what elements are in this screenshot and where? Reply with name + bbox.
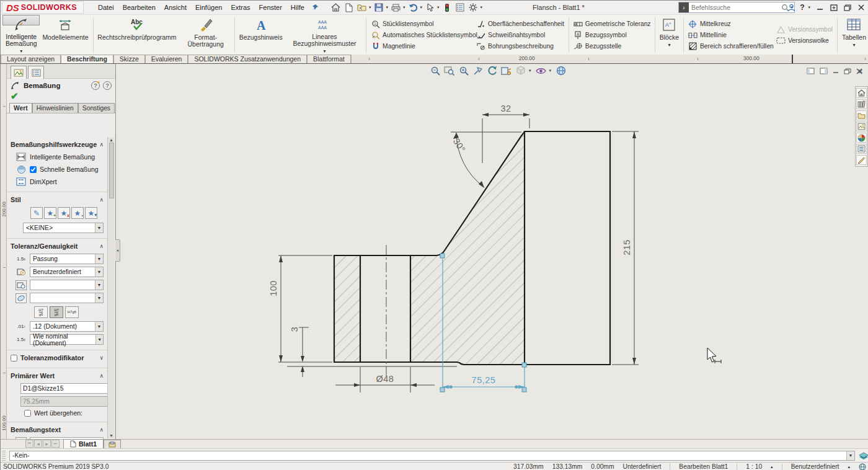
help-circle-icon[interactable]: ? — [103, 81, 112, 90]
load-style-button[interactable]: ★▾ — [85, 207, 97, 219]
scroll-down-icon[interactable]: ▼ — [109, 433, 113, 438]
magnetic-line-button[interactable]: Magnetlinie — [371, 42, 471, 51]
geometric-tolerance-button[interactable]: Geometrische Toleranz — [574, 19, 650, 29]
edit-mode[interactable]: Bearbeiten Blatt1 — [679, 463, 728, 470]
subtab-wert[interactable]: Wert — [9, 103, 32, 113]
linear-note-pattern-caret[interactable]: ▾ — [323, 48, 326, 55]
tab-blattformat[interactable]: Blattformat — [307, 55, 351, 63]
dimxpert-item[interactable]: DimXpert — [9, 175, 105, 188]
chevron-down-icon[interactable]: ▼ — [95, 280, 103, 290]
custom-properties-icon[interactable] — [856, 144, 867, 154]
options-gear-icon[interactable] — [467, 2, 479, 13]
file-properties-icon[interactable] — [454, 2, 466, 13]
menu-bearbeiten[interactable]: Bearbeiten — [118, 1, 160, 14]
home-icon[interactable] — [330, 2, 342, 13]
search-input[interactable] — [689, 4, 781, 11]
datum-target-button[interactable]: Bezugsstelle — [574, 42, 650, 51]
first-sheet-icon[interactable]: ⏮ — [25, 440, 33, 448]
tables-caret[interactable]: ▾ — [852, 42, 855, 48]
propertymanager-tab[interactable] — [11, 66, 27, 79]
chevron-down-icon[interactable]: ▼ — [95, 322, 103, 331]
center-mark-button[interactable]: Mittelkreuz — [688, 19, 771, 29]
sheet-scale[interactable]: 1 : 10 — [746, 463, 762, 470]
scale-dropdown-icon[interactable]: ▴ — [771, 464, 773, 469]
fit-stacked-pressed-button[interactable]: H7g6 — [50, 306, 63, 318]
section-view-icon[interactable] — [500, 65, 512, 76]
save-dropdown-caret[interactable]: ▾ — [386, 5, 388, 10]
subtab-sonstiges[interactable]: Sonstiges — [78, 103, 115, 113]
smart-dimension-item[interactable]: Intelligente Bemaßung — [9, 151, 105, 163]
fit-type-select[interactable]: Benutzerdefiniert ▼ — [30, 267, 104, 277]
design-library-icon[interactable] — [856, 99, 867, 109]
help-dropdown-caret[interactable]: ▾ — [808, 5, 810, 10]
display-style-caret[interactable]: ▾ — [529, 68, 531, 73]
spell-checker-button[interactable]: Abc Rechtschreibprüfprogramm — [95, 15, 179, 55]
drafting-standard[interactable]: Benutzerdefiniert — [791, 463, 839, 470]
previous-view-icon[interactable] — [486, 65, 498, 76]
open-document-icon[interactable] — [356, 2, 368, 13]
blocks-button[interactable]: A° Blöcke ▾ — [657, 15, 682, 55]
undo-dropdown-caret[interactable]: ▾ — [420, 5, 422, 10]
quick-dimension-checkbox[interactable] — [30, 166, 37, 173]
format-painter-button[interactable]: Format-Übertragung — [179, 15, 232, 55]
graphics-area[interactable]: ◂ ▾ ▾ ✕ — [116, 64, 868, 439]
doc-restore-icon[interactable] — [844, 68, 851, 74]
smart-dimension-caret[interactable]: ▾ — [20, 48, 22, 55]
dim-32[interactable]: 32 — [500, 104, 511, 113]
command-search[interactable]: › ▾ — [678, 2, 795, 13]
print-dropdown-caret[interactable]: ▾ — [403, 5, 405, 10]
collapse-chevron-icon[interactable]: ∧ — [99, 373, 104, 379]
print-icon[interactable] — [390, 2, 402, 13]
section-header[interactable]: Toleranzmodifikator ∨ — [9, 353, 105, 364]
tables-button[interactable]: Tabellen ▾ — [839, 15, 868, 55]
standard-dropdown-icon[interactable]: ▴ — [848, 464, 850, 469]
subtab-hinweislinien[interactable]: Hinweislinien — [32, 103, 78, 113]
forum-icon[interactable] — [856, 155, 867, 165]
menu-ansicht[interactable]: Ansicht — [160, 1, 191, 14]
model-items-button[interactable]: Modellelemente — [40, 15, 91, 55]
tolerance-precision-select[interactable]: Wie nominal (Dokument) ▼ — [30, 334, 104, 345]
resources-home-icon[interactable] — [856, 88, 867, 98]
chevron-down-icon[interactable]: ▼ — [95, 223, 103, 233]
whats-new-help-icon[interactable]: ?★ — [91, 81, 100, 90]
datum-feature-button[interactable]: A Bezugssymbol — [574, 30, 650, 40]
view-palette-icon[interactable] — [856, 122, 867, 131]
taskpane-close-icon[interactable]: ✕ — [857, 68, 863, 76]
scroll-up-icon[interactable]: ▲ — [109, 138, 113, 142]
menu-fenster[interactable]: Fenster — [255, 1, 286, 14]
panel-scrollbar[interactable]: ▲ ▼ — [107, 137, 115, 438]
auto-balloon-button[interactable]: Automatisches Stücklistensymbol — [371, 30, 471, 40]
layer-select[interactable]: -Kein- ▼ — [9, 451, 855, 461]
zoom-area-icon[interactable] — [443, 65, 455, 76]
add-sheet-tab[interactable] — [104, 440, 121, 448]
select-cursor-icon[interactable] — [424, 2, 436, 13]
layer-properties-icon[interactable] — [859, 452, 868, 459]
open-dropdown-caret[interactable]: ▾ — [369, 5, 371, 10]
prev-sheet-icon[interactable]: ◀ — [34, 440, 42, 448]
primary-name-input[interactable] — [20, 383, 107, 394]
delete-style-button[interactable]: ★x — [58, 207, 70, 219]
blocks-caret[interactable]: ▾ — [668, 42, 670, 48]
smart-dimension-button[interactable]: Intelligente Bemaßung ▾ — [2, 15, 40, 25]
area-hatch-button[interactable]: Bereich schraffieren/füllen — [688, 42, 771, 51]
dim-100[interactable]: 100 — [268, 280, 278, 296]
minimize-button[interactable] — [815, 3, 825, 12]
centerline-button[interactable]: Mittellinie — [688, 30, 771, 40]
dim-75-25-selected[interactable]: 75,25 — [472, 375, 496, 385]
pane-left-icon[interactable] — [807, 68, 815, 74]
dim-3[interactable]: 3 — [290, 327, 299, 332]
undo-icon[interactable] — [407, 2, 419, 13]
surface-finish-button[interactable]: Oberflächenbeschaffenheit — [476, 19, 564, 29]
menu-hilfe[interactable]: Hilfe — [286, 1, 309, 14]
collapse-chevron-icon[interactable]: ∧ — [99, 197, 104, 203]
save-icon[interactable] — [373, 2, 385, 13]
new-document-icon[interactable] — [343, 2, 355, 13]
last-sheet-icon[interactable]: ⏭ — [51, 440, 60, 448]
panel-collapse-handle[interactable]: ◂ — [115, 239, 120, 262]
scrollbar-thumb[interactable] — [109, 143, 114, 198]
menu-datei[interactable]: Datei — [94, 1, 118, 14]
rebuild-traffic-light-icon[interactable] — [441, 2, 453, 13]
shaft-fit-select[interactable]: ▼ — [30, 293, 104, 303]
chevron-down-icon[interactable]: ▼ — [95, 267, 103, 277]
zoom-selection-icon[interactable] — [472, 65, 484, 76]
